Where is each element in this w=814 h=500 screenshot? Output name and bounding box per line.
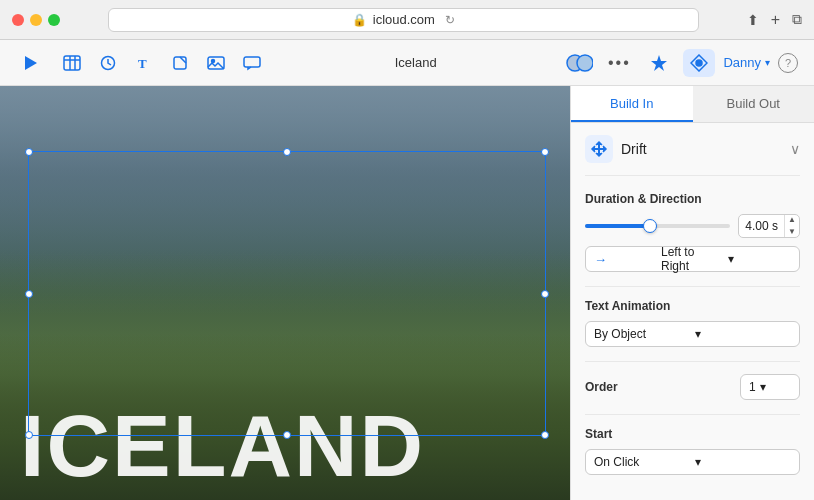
duration-slider-row: 4.00 s ▲ ▼ bbox=[585, 214, 800, 238]
clock-icon-btn[interactable] bbox=[92, 49, 124, 77]
shape-icon-btn[interactable] bbox=[164, 49, 196, 77]
main-area: ICELAND Build In Build Out bbox=[0, 86, 814, 500]
lock-icon: 🔒 bbox=[352, 13, 367, 27]
svg-marker-14 bbox=[651, 55, 667, 71]
toolbar-left: T bbox=[16, 49, 268, 77]
slider-thumb[interactable] bbox=[643, 219, 657, 233]
tab-build-out[interactable]: Build Out bbox=[693, 86, 815, 122]
duration-direction-section: Duration & Direction 4.00 s ▲ ▼ bbox=[585, 192, 800, 272]
share-icon[interactable]: ⬆ bbox=[747, 12, 759, 28]
animate-icon-btn[interactable] bbox=[643, 49, 675, 77]
new-tab-icon[interactable]: + bbox=[771, 11, 780, 29]
svg-point-13 bbox=[577, 55, 593, 71]
svg-point-16 bbox=[696, 60, 702, 66]
browser-actions: ⬆ + ⧉ bbox=[747, 11, 802, 29]
image-icon-btn[interactable] bbox=[200, 49, 232, 77]
text-animation-label: Text Animation bbox=[585, 299, 800, 313]
close-btn[interactable] bbox=[12, 14, 24, 26]
svg-marker-0 bbox=[25, 56, 37, 70]
order-label: Order bbox=[585, 380, 618, 394]
effect-chevron[interactable]: ∨ bbox=[790, 141, 800, 157]
text-icon-btn[interactable]: T bbox=[128, 49, 160, 77]
order-value: 1 bbox=[749, 380, 756, 394]
refresh-icon[interactable]: ↻ bbox=[445, 13, 455, 27]
browser-chrome: 🔒 icloud.com ↻ ⬆ + ⧉ bbox=[0, 0, 814, 40]
order-dropdown[interactable]: 1 ▾ bbox=[740, 374, 800, 400]
order-section: Order 1 ▾ bbox=[585, 374, 800, 400]
direction-value: Left to Right bbox=[661, 245, 724, 273]
start-label: Start bbox=[585, 427, 800, 441]
duration-value: 4.00 s bbox=[739, 214, 784, 238]
url-text: icloud.com bbox=[373, 12, 435, 27]
svg-text:T: T bbox=[138, 56, 147, 71]
maximize-btn[interactable] bbox=[48, 14, 60, 26]
table-icon-btn[interactable] bbox=[56, 49, 88, 77]
canvas-area: ICELAND bbox=[0, 86, 570, 500]
order-chevron: ▾ bbox=[760, 380, 766, 394]
direction-arrow-icon: → bbox=[594, 252, 657, 267]
start-value: On Click bbox=[594, 455, 691, 469]
collab-icon-btn[interactable] bbox=[563, 49, 595, 77]
user-chevron: ▾ bbox=[765, 57, 770, 68]
effect-name: Drift bbox=[621, 141, 647, 157]
right-panel: Build In Build Out Drift ∨ Durati bbox=[570, 86, 814, 500]
step-down[interactable]: ▼ bbox=[785, 226, 799, 238]
duration-label: Duration & Direction bbox=[585, 192, 800, 206]
duration-input[interactable]: 4.00 s ▲ ▼ bbox=[738, 214, 800, 238]
iceland-text: ICELAND bbox=[20, 402, 425, 490]
user-menu[interactable]: Danny ▾ bbox=[723, 55, 770, 70]
text-animation-dropdown[interactable]: By Object ▾ bbox=[585, 321, 800, 347]
svg-rect-7 bbox=[174, 57, 186, 69]
start-dropdown[interactable]: On Click ▾ bbox=[585, 449, 800, 475]
divider-2 bbox=[585, 361, 800, 362]
svg-rect-11 bbox=[244, 57, 260, 67]
windows-icon[interactable]: ⧉ bbox=[792, 11, 802, 28]
comment-icon-btn[interactable] bbox=[236, 49, 268, 77]
svg-rect-1 bbox=[64, 56, 80, 70]
help-button[interactable]: ? bbox=[778, 53, 798, 73]
play-button[interactable] bbox=[16, 49, 44, 77]
user-name: Danny bbox=[723, 55, 761, 70]
minimize-btn[interactable] bbox=[30, 14, 42, 26]
toolbar: T Iceland ••• Danny ▾ ? bbox=[0, 40, 814, 86]
duration-stepper: ▲ ▼ bbox=[784, 214, 799, 238]
effect-row: Drift ∨ bbox=[585, 135, 800, 176]
window-controls bbox=[12, 14, 60, 26]
divider-1 bbox=[585, 286, 800, 287]
direction-dropdown[interactable]: → Left to Right ▾ bbox=[585, 246, 800, 272]
build-tabs: Build In Build Out bbox=[571, 86, 814, 123]
text-animation-value: By Object bbox=[594, 327, 691, 341]
divider-3 bbox=[585, 414, 800, 415]
start-section: Start On Click ▾ bbox=[585, 427, 800, 475]
address-bar[interactable]: 🔒 icloud.com ↻ bbox=[108, 8, 699, 32]
canvas-background: ICELAND bbox=[0, 86, 570, 500]
step-up[interactable]: ▲ bbox=[785, 214, 799, 226]
duration-slider[interactable] bbox=[585, 224, 730, 228]
toolbar-right: ••• Danny ▾ ? bbox=[563, 49, 798, 77]
document-title: Iceland bbox=[395, 55, 437, 70]
slider-fill bbox=[585, 224, 650, 228]
panel-content: Drift ∨ Duration & Direction 4.00 s ▲ bbox=[571, 123, 814, 500]
text-animation-chevron: ▾ bbox=[695, 327, 792, 341]
more-icon-btn[interactable]: ••• bbox=[603, 49, 635, 77]
toolbar-title: Iceland bbox=[268, 55, 563, 70]
text-animation-section: Text Animation By Object ▾ bbox=[585, 299, 800, 347]
direction-chevron: ▾ bbox=[728, 252, 791, 266]
build-icon-btn[interactable] bbox=[683, 49, 715, 77]
effect-left: Drift bbox=[585, 135, 647, 163]
start-chevron: ▾ bbox=[695, 455, 792, 469]
drift-icon bbox=[585, 135, 613, 163]
tab-build-in[interactable]: Build In bbox=[571, 86, 693, 122]
